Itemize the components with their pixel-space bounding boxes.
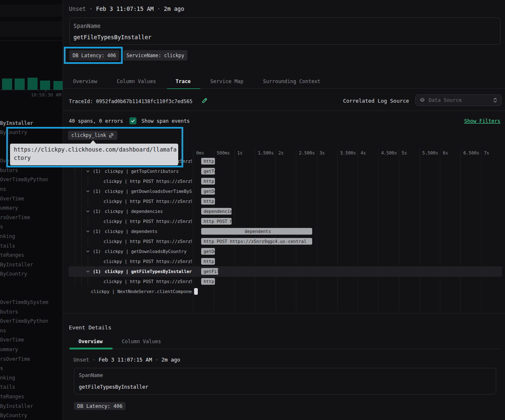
span-duration-bar[interactable] [194, 288, 198, 295]
span-bar-label: http POST https://z5nrz9qgc4.us-central [204, 239, 312, 244]
span-label: clickpy | http POST https://z5nrz9qgc4.u… [104, 219, 192, 224]
tab-surrounding-context[interactable]: Surrounding Context [254, 74, 329, 88]
span-count: (1) [93, 249, 101, 254]
span-duration-bar[interactable]: http POST https://z5nrz9qgc4.us-central [201, 258, 215, 265]
span-duration-bar[interactable]: getDownloadsOverTimeBySystem [201, 188, 215, 195]
chevron-down-icon[interactable] [86, 229, 90, 234]
span-duration-bar[interactable]: http POST https://z5nrz9qgc4.us-central [201, 278, 215, 285]
span-bar-label: http POST https://z5nrz9qgc4.us-central [204, 159, 215, 164]
background-result-row: teRanges [0, 394, 24, 400]
span-name-label: SpanName [73, 23, 101, 29]
span-duration-bar[interactable]: dependencies [201, 208, 232, 215]
meta-separator: · [89, 357, 99, 363]
chevron-down-icon[interactable] [86, 189, 90, 194]
background-result-row: s [0, 365, 3, 371]
tabs-divider [63, 88, 505, 89]
background-result-row: butors [0, 309, 18, 315]
background-result-row: tails [0, 243, 15, 249]
waterfall-row[interactable]: clickpy | http POST https://z5nrz9qgc4.u… [63, 256, 192, 266]
background-result-row: tails [0, 384, 15, 390]
waterfall-row[interactable]: (1)clickpy | getDownloadsOverTimeBySyste… [63, 186, 192, 196]
span-label: clickpy | dependents [105, 229, 157, 234]
chevron-down-icon[interactable] [86, 169, 90, 174]
event-relative-time: 2m ago [164, 5, 184, 12]
event-timestamp: Feb 3 11:07:15 AM [98, 357, 152, 363]
annotation-box-db-latency [64, 47, 123, 64]
tab-column-values[interactable]: Column Values [108, 74, 165, 88]
background-result-row: ns [0, 328, 6, 334]
timeline-tick-label: 0ms [196, 150, 204, 155]
db-latency-chip-bottom[interactable]: DB Latency: 406 [74, 402, 126, 410]
span-count: (1) [93, 169, 101, 174]
span-duration-bar[interactable]: http POST https://z5nrz9qgc4.us-central [201, 178, 215, 185]
waterfall-row[interactable]: clickpy | http POST https://z5nrz9qgc4.u… [63, 216, 192, 226]
event-details-divider [63, 313, 505, 314]
span-duration-bar[interactable]: http POST https://z5nrz9qgc4.us-central [201, 238, 312, 245]
span-count: (1) [93, 229, 101, 234]
background-result-row: OverTime [0, 337, 24, 343]
meta-separator: · [152, 357, 162, 363]
span-label: clickpy | NextNodeServer.clientComponent… [91, 289, 192, 294]
span-duration-bar[interactable]: dependents [201, 228, 312, 235]
chevron-down-icon[interactable] [86, 249, 90, 254]
span-duration-bar[interactable]: http POST https://z5nrz9qgc4.us-central [201, 218, 232, 225]
annotation-box-link-tooltip [6, 127, 183, 167]
show-span-events-label[interactable]: Show span events [141, 118, 190, 124]
span-duration-bar[interactable]: getFileTypesByInstaller [201, 268, 218, 275]
span-bar-label: http POST https://z5nrz9qgc4.us-central [204, 199, 215, 204]
service-name-chip[interactable]: ServiceName: clickpy [123, 50, 187, 61]
waterfall-row[interactable]: clickpy | http POST https://z5nrz9qgc4.u… [63, 276, 192, 286]
timeline-tick-label: 3.500s [340, 150, 356, 155]
edit-trace-id-icon[interactable] [202, 97, 208, 104]
tab-overview[interactable]: Overview [64, 74, 106, 88]
event-side-panel: Unset · Feb 3 11:07:15 AM · 2m ago SpanN… [63, 0, 505, 420]
waterfall-row[interactable]: clickpy | NextNodeServer.clientComponent… [63, 286, 192, 296]
span-duration-bar[interactable]: getDownloadsByCountry [201, 248, 215, 255]
chevron-up-down-icon [493, 97, 497, 103]
event-details-tab-column-values[interactable]: Column Values [112, 336, 171, 347]
timeline-tick-label: 4.500s [381, 150, 397, 155]
waterfall-row[interactable]: clickpy | http POST https://z5nrz9qgc4.u… [63, 196, 192, 206]
event-panel-tabs: OverviewColumn ValuesTraceService MapSur… [64, 74, 331, 88]
background-result-row: rsOverTime [0, 356, 30, 362]
histogram-bar [28, 78, 38, 90]
background-result-row: ByInstaller [0, 120, 33, 126]
waterfall-row[interactable]: (1)clickpy | getDownloadsByCountry [63, 246, 192, 256]
waterfall-row[interactable]: (1)clickpy | getTopContributors [63, 166, 192, 176]
background-result-row: nking [0, 233, 15, 239]
span-name-box-bottom: SpanName getFileTypesByInstaller [74, 368, 496, 395]
waterfall-row[interactable]: (1)clickpy | getFileTypesByInstaller [63, 266, 192, 276]
span-duration-bar[interactable]: http POST https://z5nrz9qgc4.us-central [201, 158, 215, 164]
show-span-events-checkbox[interactable] [129, 117, 136, 124]
timeline-tick-label: 6.500s [463, 150, 479, 155]
event-details-tab-overview[interactable]: Overview [69, 336, 112, 347]
event-details-tabs: OverviewColumn Values [69, 336, 171, 347]
waterfall-row[interactable]: (1)clickpy | dependents [63, 226, 192, 236]
span-count: (1) [93, 189, 101, 194]
span-bar-label: getDownloadsOverTimeBySystem [204, 189, 215, 194]
timeline-tick-label: 6s [443, 150, 448, 155]
timeline-gridline [481, 149, 482, 312]
chevron-down-icon[interactable] [86, 209, 90, 214]
select-placeholder: Data Source [429, 97, 462, 103]
tab-service-map[interactable]: Service Map [201, 74, 252, 88]
background-result-row: ummary [0, 347, 18, 352]
timeline-tick-label: 4s [361, 150, 366, 155]
waterfall-row[interactable]: clickpy | http POST https://z5nrz9qgc4.u… [63, 176, 192, 186]
waterfall-row[interactable]: (1)clickpy | dependencies [63, 206, 192, 216]
waterfall-row[interactable]: clickpy | http POST https://z5nrz9qgc4.u… [63, 236, 192, 246]
span-duration-bar[interactable]: getTopContributors [201, 168, 215, 175]
check-icon [131, 119, 135, 123]
span-count: (1) [93, 209, 101, 214]
span-bar-label: getFileTypesByInstaller [204, 269, 218, 274]
background-result-row: ByCountry [0, 271, 27, 277]
chevron-down-icon[interactable] [86, 269, 90, 274]
correlated-log-source-select[interactable]: Data Source [415, 94, 502, 106]
histogram-bar [40, 81, 50, 90]
span-name-value: getFileTypesByInstaller [73, 34, 152, 40]
span-duration-bar[interactable]: http POST https://z5nrz9qgc4.us-central [201, 198, 215, 205]
tab-trace[interactable]: Trace [167, 74, 200, 88]
show-filters-link[interactable]: Show Filters [464, 118, 500, 124]
timeline-gridline [399, 149, 399, 312]
meta-separator: · [154, 5, 164, 12]
